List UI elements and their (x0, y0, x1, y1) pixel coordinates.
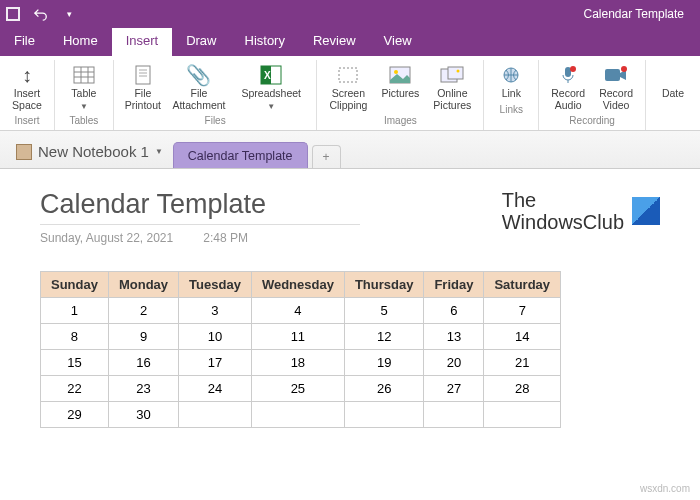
menu-review[interactable]: Review (299, 28, 370, 56)
cal-cell[interactable]: 15 (41, 350, 109, 376)
cal-cell[interactable]: 28 (484, 376, 561, 402)
cal-cell[interactable]: 17 (179, 350, 252, 376)
cal-cell[interactable]: 25 (251, 376, 344, 402)
page-title[interactable]: Calendar Template (40, 189, 360, 225)
cal-cell[interactable]: 9 (108, 324, 178, 350)
cal-cell[interactable]: 1 (41, 298, 109, 324)
pictures-button[interactable]: Pictures (375, 62, 425, 113)
cal-cell[interactable]: 20 (424, 350, 484, 376)
cal-cell[interactable]: 16 (108, 350, 178, 376)
group-insert: Insert (14, 115, 39, 128)
section-bar: New Notebook 1 ▼ Calendar Template + (0, 131, 700, 169)
menu-view[interactable]: View (370, 28, 426, 56)
cal-cell[interactable]: 22 (41, 376, 109, 402)
insert-space-button[interactable]: ↕InsertSpace (6, 62, 48, 113)
menu-draw[interactable]: Draw (172, 28, 230, 56)
page-date: Sunday, August 22, 2021 (40, 231, 173, 245)
link-button[interactable]: Link (490, 62, 532, 102)
table-row: 22232425262728 (41, 376, 561, 402)
clipping-icon (333, 64, 363, 86)
file-printout-button[interactable]: FilePrintout (120, 62, 166, 113)
cal-cell[interactable]: 19 (344, 350, 424, 376)
cal-cell[interactable]: 13 (424, 324, 484, 350)
group-recording: Recording (569, 115, 615, 128)
cal-cell[interactable]: 2 (108, 298, 178, 324)
svg-point-16 (394, 70, 398, 74)
cal-cell[interactable]: 3 (179, 298, 252, 324)
menu-bar: File Home Insert Draw History Review Vie… (0, 28, 700, 56)
table-row: 15161718192021 (41, 350, 561, 376)
page-canvas[interactable]: Calendar Template Sunday, August 22, 202… (0, 169, 700, 448)
online-pictures-button[interactable]: OnlinePictures (427, 62, 477, 113)
cal-cell[interactable] (251, 402, 344, 428)
record-audio-button[interactable]: RecordAudio (545, 62, 591, 113)
cal-cell[interactable]: 26 (344, 376, 424, 402)
cal-cell[interactable]: 4 (251, 298, 344, 324)
notebook-icon (16, 144, 32, 160)
brand-icon (632, 197, 660, 225)
cal-header: Monday (108, 272, 178, 298)
spreadsheet-icon: X (256, 64, 286, 86)
table-button[interactable]: Table ▼ (61, 62, 107, 113)
cal-cell[interactable]: 30 (108, 402, 178, 428)
add-section-button[interactable]: + (312, 145, 341, 168)
group-files: Files (205, 115, 226, 128)
cal-header: Tuesday (179, 272, 252, 298)
cal-cell[interactable]: 24 (179, 376, 252, 402)
cal-cell[interactable]: 7 (484, 298, 561, 324)
svg-point-19 (457, 70, 460, 73)
cal-cell[interactable] (484, 402, 561, 428)
section-tab[interactable]: Calendar Template (173, 142, 308, 168)
chevron-down-icon: ▼ (80, 102, 88, 111)
window-title: Calendar Template (583, 7, 684, 21)
file-attachment-button[interactable]: 📎FileAttachment (168, 62, 230, 113)
cal-cell[interactable]: 27 (424, 376, 484, 402)
cal-cell[interactable]: 14 (484, 324, 561, 350)
cal-header: Friday (424, 272, 484, 298)
cal-cell[interactable]: 12 (344, 324, 424, 350)
cal-header: Thursday (344, 272, 424, 298)
group-links: Links (500, 104, 523, 117)
date-button[interactable]: Date (652, 62, 694, 102)
cal-cell[interactable]: 8 (41, 324, 109, 350)
cal-cell[interactable] (179, 402, 252, 428)
svg-rect-18 (448, 67, 463, 79)
group-images: Images (384, 115, 417, 128)
cal-cell[interactable]: 10 (179, 324, 252, 350)
watermark: wsxdn.com (640, 483, 690, 494)
cal-cell[interactable]: 11 (251, 324, 344, 350)
svg-text:X: X (264, 70, 271, 81)
cal-cell[interactable]: 5 (344, 298, 424, 324)
undo-icon[interactable] (34, 7, 48, 21)
cal-cell[interactable]: 6 (424, 298, 484, 324)
menu-file[interactable]: File (0, 28, 49, 56)
group-tables: Tables (69, 115, 98, 128)
date-icon (658, 64, 688, 86)
calendar-table[interactable]: SundayMondayTuesdayWednesdayThursdayFrid… (40, 271, 561, 428)
chevron-down-icon: ▼ (155, 147, 163, 156)
screen-clipping-button[interactable]: ScreenClipping (323, 62, 373, 113)
link-icon (496, 64, 526, 86)
cal-cell[interactable]: 21 (484, 350, 561, 376)
cal-header: Sunday (41, 272, 109, 298)
insert-space-icon: ↕ (12, 64, 42, 86)
menu-insert[interactable]: Insert (112, 28, 173, 56)
printout-icon (128, 64, 158, 86)
cal-cell[interactable]: 23 (108, 376, 178, 402)
cal-cell[interactable] (344, 402, 424, 428)
cal-cell[interactable]: 29 (41, 402, 109, 428)
title-bar: ▾ Calendar Template (0, 0, 700, 28)
menu-home[interactable]: Home (49, 28, 112, 56)
notebook-dropdown[interactable]: New Notebook 1 ▼ (6, 139, 173, 164)
qat-customize-icon[interactable]: ▾ (62, 7, 76, 21)
menu-history[interactable]: History (231, 28, 299, 56)
record-video-button[interactable]: RecordVideo (593, 62, 639, 113)
online-pictures-icon (437, 64, 467, 86)
spreadsheet-button[interactable]: XSpreadsheet ▼ (232, 62, 310, 113)
table-row: 1234567 (41, 298, 561, 324)
cal-header: Wednesday (251, 272, 344, 298)
cal-cell[interactable]: 18 (251, 350, 344, 376)
cal-cell[interactable] (424, 402, 484, 428)
app-icon (6, 7, 20, 21)
table-row: 891011121314 (41, 324, 561, 350)
